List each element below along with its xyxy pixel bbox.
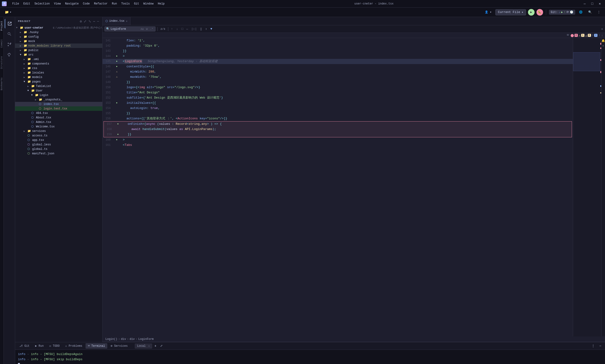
menu-help[interactable]: Help [156, 2, 167, 6]
terminal-tab-terminal[interactable]: ⌨ Terminal [86, 343, 107, 349]
sidebar-settings-icon[interactable]: ⚙ [79, 19, 82, 24]
down-arrow-btn[interactable]: ↓ [601, 34, 603, 37]
tree-item-public[interactable]: ▶ 📁 public [15, 48, 102, 52]
tree-item-manifest[interactable]: ▶ ⬡ manifest.json [15, 151, 102, 156]
menu-code[interactable]: Code [81, 2, 92, 6]
panel-commit[interactable]: Commit [0, 37, 3, 50]
search-option-2[interactable]: |↕| [190, 27, 198, 31]
panel-bookmarks[interactable]: Bookmarks [0, 76, 3, 92]
menu-tools[interactable]: Tools [119, 2, 132, 6]
tree-item-app[interactable]: ▶ ⬡ app.tsx [15, 138, 102, 142]
global-search-button[interactable]: 🔍 [586, 10, 594, 15]
up-arrow-btn[interactable]: ↑ [598, 34, 600, 37]
breadcrumb-item-div2[interactable]: div [129, 338, 135, 341]
breadcrumb-item-div1[interactable]: div [121, 338, 126, 341]
sidebar-collapse-icon[interactable]: ⤡ [88, 19, 92, 24]
terminal-tab-problems[interactable]: ⚠ Problems [63, 343, 85, 349]
tree-item-user[interactable]: ▼ 📁 User [15, 88, 102, 93]
code-scroll[interactable]: 141 flex: '1', 142 padding: '32px 0', [103, 38, 573, 336]
search-prev-button[interactable]: ↑ [170, 27, 174, 31]
tree-item-config[interactable]: ▶ 📁 config [15, 35, 102, 39]
notification-icon[interactable]: 🔔 [602, 39, 605, 42]
panel-npm[interactable]: npm [0, 363, 3, 364]
tree-item-login-test[interactable]: ▶ ⬡ login.test.tsx [15, 106, 102, 111]
debug-button[interactable]: 🐛 [537, 9, 543, 16]
tree-item-login[interactable]: ▼ 📁 Login [15, 93, 102, 97]
tree-item-global-ts[interactable]: ▶ ⬡ global.ts [15, 147, 102, 151]
search-filter-button[interactable]: ▼ [209, 27, 213, 31]
tree-item-components[interactable]: ▶ 📁 components [15, 62, 102, 66]
activity-settings[interactable]: ⚙ [5, 361, 14, 364]
translate-button[interactable]: 🌐 [577, 10, 584, 15]
close-button[interactable]: ✕ [596, 1, 603, 6]
more-button[interactable]: ⋮ [595, 10, 602, 15]
match-case-button[interactable]: Aa [140, 27, 144, 31]
project-button[interactable]: 📁 ▾ [3, 9, 13, 15]
panel-structure[interactable]: Structure [0, 54, 3, 71]
tree-item-404[interactable]: ▶ ⬡ 404.tsx [15, 111, 102, 115]
profile-button[interactable]: 👤 ▾ [483, 10, 493, 15]
current-file-button[interactable]: Current File ▾ [495, 9, 526, 15]
menu-file[interactable]: File [10, 2, 21, 6]
terminal-minimize-button[interactable]: — [598, 343, 603, 349]
tree-item-global-less[interactable]: ▶ ⬡ global.less [15, 142, 102, 147]
match-word-button[interactable]: W [145, 27, 148, 31]
terminal-tab-git[interactable]: ⎇ Git [17, 343, 32, 349]
activity-search[interactable] [5, 29, 14, 39]
menu-view[interactable]: View [52, 2, 63, 6]
search-option-3[interactable]: ‖ [199, 27, 203, 31]
menu-edit[interactable]: Edit [22, 2, 32, 6]
tree-item-src[interactable]: ▼ 📁 src [15, 52, 102, 57]
tree-item-mock[interactable]: ▶ 📁 mock [15, 39, 102, 43]
search-option-4[interactable]: ⬆ [205, 27, 208, 31]
tree-item-index-tsx[interactable]: ▶ ⬡ index.tsx [15, 102, 102, 106]
tree-root[interactable]: ▼ 📁 user-cneter E:\A0MyCodes\鱼皮知识星球-用户中心… [15, 26, 102, 30]
sidebar-minimize-icon[interactable]: — [97, 19, 100, 24]
menu-refactor[interactable]: Refactor [92, 2, 110, 6]
tree-item-css[interactable]: ▶ 📁 css [15, 66, 102, 70]
tree-item-umi[interactable]: ▶ 📁 .umi [15, 57, 102, 62]
tree-item-pages[interactable]: ▼ 📁 pages [15, 79, 102, 84]
terminal-tab-run[interactable]: ▶ Run [33, 343, 46, 349]
tree-item-access[interactable]: ▶ ⬡ access.ts [15, 133, 102, 138]
breadcrumb-item-login[interactable]: Login() [105, 338, 117, 341]
tree-item-node-modules[interactable]: ▶ 📁 node_modules library root [15, 43, 102, 48]
git-sync-button[interactable]: Git: ↓ ▶ ↑ ⟳ 🕐 [549, 10, 575, 15]
terminal-expand-button[interactable]: ⤢ [159, 344, 164, 348]
search-input[interactable] [111, 27, 139, 31]
right-settings-icon[interactable]: ⚙ [602, 44, 604, 47]
panel-project[interactable]: Project [0, 19, 3, 33]
breadcrumb-item-loginform[interactable]: LoginForm [138, 338, 154, 341]
tree-item-services[interactable]: ▶ 📁 services [15, 129, 102, 133]
tree-item-welcome[interactable]: ▶ ⬡ Welcome.tsx [15, 124, 102, 129]
tree-item-about[interactable]: ▶ ⬡ About.tsx [15, 115, 102, 120]
sidebar-more-icon[interactable]: ⋯ [93, 19, 95, 24]
search-option-1[interactable]: ⟵ [185, 27, 189, 31]
menu-run[interactable]: Run [110, 2, 119, 6]
new-terminal-button[interactable]: + [153, 344, 158, 348]
tab-index-tsx[interactable]: ⬡ index.tsx ✕ [103, 17, 130, 25]
terminal-more-button[interactable]: ⋮ [590, 343, 597, 349]
terminal-tab-services[interactable]: ⚙ Services [108, 343, 130, 349]
sidebar-expand-icon[interactable]: ⤢ [83, 19, 87, 24]
tree-item-husky[interactable]: ▶ 📁 .husky [15, 30, 102, 35]
tree-item-tablelist[interactable]: ▶ 📁 TableList [15, 84, 102, 88]
activity-git[interactable] [5, 40, 14, 49]
tree-item-snapshots[interactable]: ▶ 📁 _snapshots_ [15, 97, 102, 102]
menu-git[interactable]: Git [132, 2, 141, 6]
search-next-button[interactable]: ↓ [175, 27, 179, 31]
local-tab-close[interactable]: ✕ [148, 345, 150, 348]
maximize-button[interactable]: □ [589, 1, 595, 6]
tree-item-admin[interactable]: ▶ ⬡ Admin.tsx [15, 120, 102, 124]
search-select-all-button[interactable]: □ [180, 27, 184, 31]
regex-button[interactable]: .* [149, 27, 154, 31]
tree-item-locales[interactable]: ▶ 📁 locales [15, 70, 102, 75]
terminal-tab-todo[interactable]: ☑ TODO [47, 343, 62, 349]
tree-item-models[interactable]: ▶ 📁 models [15, 75, 102, 79]
menu-window[interactable]: Window [142, 2, 155, 6]
menu-selection[interactable]: Selection [33, 2, 52, 6]
terminal-sub-tab-local[interactable]: Local ✕ [135, 343, 152, 349]
tab-close-button[interactable]: ✕ [126, 20, 128, 23]
activity-explorer[interactable] [5, 19, 14, 28]
run-button[interactable]: ▶ [528, 9, 535, 16]
